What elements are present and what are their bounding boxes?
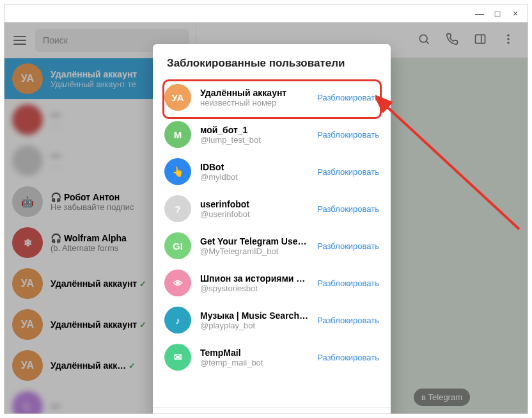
window-titlebar: — □ × (4, 4, 528, 22)
blocked-handle: @lump_test_bot (200, 135, 308, 145)
blocked-item: Ммой_бот_1@lump_test_botРазблокировать (158, 116, 386, 153)
avatar: ♪ (164, 307, 191, 334)
unblock-button[interactable]: Разблокировать (317, 204, 379, 214)
blocked-name: IDBot (200, 162, 308, 172)
avatar: GI (164, 232, 191, 259)
avatar: М (164, 121, 191, 148)
blocked-handle: @spystoriesbot (200, 284, 308, 293)
unblock-button[interactable]: Разблокировать (317, 130, 379, 140)
blocked-item: УАУдалённый аккаунтнеизвестный номерРазб… (158, 79, 386, 116)
unblock-button[interactable]: Разблокировать (317, 353, 379, 362)
blocked-name: userinfobot (200, 199, 308, 209)
blocked-item: ?userinfobot@userinfobotРазблокировать (158, 190, 386, 227)
unblock-button[interactable]: Разблокировать (317, 241, 379, 251)
unblock-button[interactable]: Разблокировать (317, 316, 379, 325)
avatar: 👁 (164, 269, 191, 296)
avatar: УА (164, 84, 191, 111)
blocked-item: 👁Шпион за историями …@spystoriesbotРазбл… (158, 264, 386, 301)
unblock-button[interactable]: Разблокировать (317, 278, 379, 288)
blocked-handle: @myidbot (200, 172, 308, 182)
blocked-handle: @MyTelegramID_bot (200, 246, 308, 256)
blocked-handle: @userinfobot (200, 209, 308, 219)
blocked-handle: @playplay_bot (200, 321, 308, 330)
blocked-name: TempMail (200, 348, 308, 358)
blocked-name: Музыка | Music Search… (200, 310, 308, 321)
blocked-handle: @temp_mail_bot (200, 358, 308, 367)
avatar: 👆 (164, 158, 191, 185)
blocked-item: 👆IDBot@myidbotРазблокировать (158, 153, 386, 190)
blocked-name: Get Your Telegram User… (200, 236, 308, 246)
blocked-list: УАУдалённый аккаунтнеизвестный номерРазб… (153, 79, 391, 407)
blocked-name: Шпион за историями … (200, 273, 308, 284)
window-minimize-button[interactable]: — (475, 8, 484, 19)
blocked-handle: неизвестный номер (200, 98, 308, 108)
blocked-item: ♪Музыка | Music Search…@playplay_botРазб… (158, 301, 386, 339)
blocked-name: мой_бот_1 (200, 125, 308, 135)
modal-title: Заблокированные пользователи (153, 44, 391, 79)
unblock-button[interactable]: Разблокировать (317, 167, 379, 177)
blocked-name: Удалённый аккаунт (200, 88, 308, 98)
modal-footer: ДОБАВИТЬ ПОЛЬЗОВАТЕЛЯ ЗАКРЫТЬ (153, 407, 391, 414)
avatar: ✉ (164, 344, 191, 371)
app-window: — □ × Поиск УАУдалённый аккаунтУдалённый… (4, 4, 528, 414)
blocked-item: ✉TempMail@temp_mail_botРазблокировать (158, 339, 386, 376)
blocked-users-modal: Заблокированные пользователи УАУдалённый… (153, 44, 391, 414)
window-maximize-button[interactable]: □ (493, 8, 502, 19)
blocked-item: GIGet Your Telegram User…@MyTelegramID_b… (158, 227, 386, 264)
unblock-button[interactable]: Разблокировать (317, 93, 379, 102)
avatar: ? (164, 195, 191, 222)
window-close-button[interactable]: × (511, 8, 520, 19)
